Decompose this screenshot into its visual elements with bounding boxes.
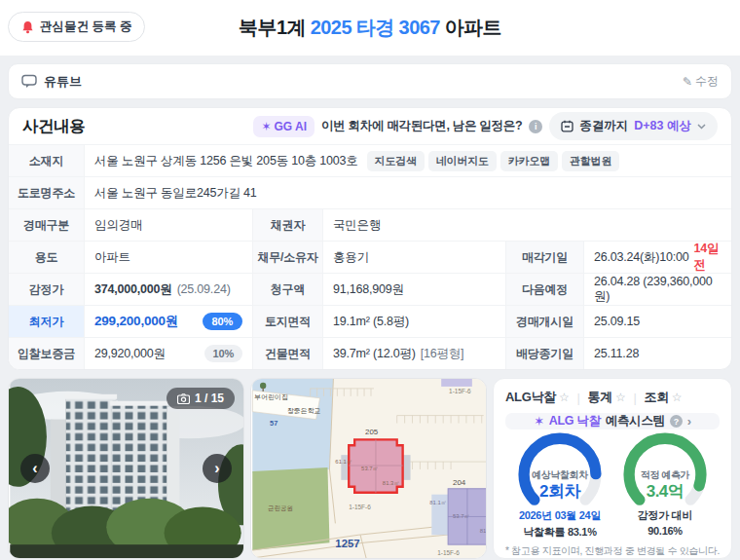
appraisal-date: (25.09.24)	[177, 282, 231, 296]
dividend-date-value: 25.11.28	[583, 337, 731, 369]
star-icon[interactable]: ☆	[559, 391, 569, 404]
speech-bubble-icon	[21, 74, 37, 89]
deposit-value: 29,920,000원	[94, 346, 166, 362]
tab-alg-nakchal[interactable]: ALG낙찰 ☆	[505, 389, 569, 406]
alg-system-label: 예측시스템	[606, 413, 665, 429]
youtube-bar: 유튜브 ✎ 수정	[8, 63, 732, 99]
photo-prev-button[interactable]: ‹	[20, 454, 50, 483]
svg-text:57: 57	[270, 419, 278, 428]
naver-map-button[interactable]: 네이버지도	[428, 151, 497, 171]
case-card-header: 사건내용 ✶ GG AI 이번 회차에 매각된다면, 남은 일정은? i 종결까…	[9, 108, 731, 144]
svg-text:204: 204	[453, 478, 466, 487]
favorite-badge[interactable]: 관심물건 등록 중	[8, 12, 145, 42]
row-label: 청구액	[252, 273, 322, 305]
row-label: 도로명주소	[9, 176, 84, 208]
svg-text:근린공원: 근린공원	[268, 504, 293, 512]
property-photo[interactable]: 1 / 15 ‹ ›	[8, 378, 244, 559]
address-cell: 서울 노원구 상계동 1256 은빛 205동 10층 1003호 지도검색 네…	[84, 144, 731, 176]
road-address-value: 서울 노원구 동일로245가길 41	[84, 176, 731, 208]
page-header: 관심물건 등록 중 북부1계 2025 타경 3067 아파트	[0, 0, 740, 56]
svg-text:61.1㎡: 61.1㎡	[335, 459, 352, 465]
help-icon[interactable]: ?	[670, 415, 683, 428]
svg-text:1-15F-6: 1-15F-6	[449, 388, 471, 394]
creditor-value: 국민은행	[322, 208, 731, 241]
sparkle-icon: ✶	[261, 120, 271, 133]
calendar-icon	[561, 120, 574, 132]
min-price-value: 299,200,000원	[94, 313, 178, 330]
appraisal-cell: 374,000,000원 (25.09.24)	[84, 273, 252, 305]
sale-date-cell: 26.03.24(화)10:00 14일전	[583, 241, 731, 273]
price-prediction-gauge: 적정 예측가 3.4억 감정가 대비 90.16%	[612, 432, 718, 540]
gauge-value: 3.4억	[612, 480, 718, 503]
svg-text:205: 205	[365, 428, 379, 436]
row-label: 용도	[9, 241, 84, 273]
case-category: 아파트	[445, 17, 501, 38]
alg-prediction-panel: ALG낙찰 ☆ | 통계 ☆ | 조회 ☆ ✶ ALG 낙찰 예측시스템 ?	[493, 378, 732, 559]
row-label: 소재지	[9, 144, 84, 176]
row-label: 감정가	[9, 273, 84, 305]
photo-counter-text: 1 / 15	[195, 392, 224, 405]
tab-alg-label: ALG낙찰	[505, 389, 556, 406]
chevron-down-icon	[697, 124, 706, 130]
gg-ai-badge[interactable]: ✶ GG AI	[253, 116, 314, 137]
star-icon[interactable]: ☆	[672, 391, 682, 404]
vs-appraisal-ratio: 90.16%	[612, 525, 718, 537]
pencil-icon: ✎	[683, 75, 692, 89]
deposit-ratio-badge: 10%	[204, 345, 242, 362]
court-name: 북부1계	[239, 17, 306, 38]
alg-system-banner[interactable]: ✶ ALG 낙찰 예측시스템 ? ›	[505, 413, 720, 429]
row-label: 배당종기일	[505, 337, 583, 369]
debtor-value: 홍용기	[322, 241, 505, 273]
claim-value: 91,168,909원	[322, 273, 505, 305]
divider: |	[576, 391, 579, 405]
camera-icon	[177, 393, 190, 404]
building-area-cell: 39.7m² (12.0평) [16평형]	[322, 337, 505, 369]
tab-statistics[interactable]: 통계 ☆	[588, 389, 626, 406]
svg-text:부어린이집: 부어린이집	[254, 393, 288, 400]
edit-button[interactable]: ✎ 수정	[683, 73, 719, 90]
usage-value: 아파트	[84, 241, 252, 273]
row-label: 다음예정	[505, 273, 583, 305]
ai-question-text: 이번 회차에 매각된다면, 남은 일정은?	[321, 118, 522, 134]
favorite-badge-label: 관심물건 등록 중	[40, 19, 131, 35]
photo-next-button[interactable]: ›	[203, 454, 232, 483]
case-number: 2025 타경 3067	[311, 17, 440, 38]
row-label: 최저가	[9, 305, 84, 337]
tab-inquiry[interactable]: 조회 ☆	[644, 389, 682, 406]
deadline-prefix: 종결까지	[579, 118, 628, 134]
info-icon[interactable]: i	[529, 120, 542, 133]
kakao-map-button[interactable]: 카카오맵	[500, 151, 558, 171]
deposit-cell: 29,920,000원 10%	[84, 337, 252, 369]
building-type-note: [16평형]	[421, 346, 464, 362]
divider: |	[633, 391, 636, 405]
svg-text:1-15F-6: 1-15F-6	[437, 549, 460, 556]
svg-text:53.7㎡: 53.7㎡	[361, 466, 378, 471]
land-area-value: 19.1m² (5.8평)	[322, 305, 505, 337]
svg-text:81.: 81.	[480, 528, 487, 534]
deadline-dropdown[interactable]: 종결까지 D+83 예상	[549, 112, 718, 140]
case-section-title: 사건내용	[22, 116, 85, 137]
cadastral-map[interactable]: 부어린이집 창중은학교 57 근린공원 205 204 61.1㎡ 53.7㎡ …	[250, 378, 487, 559]
round-prediction-gauge: 예상낙찰회차 2회차 2026년 03월 24일 낙찰확률 83.1%	[507, 432, 612, 540]
svg-text:1257: 1257	[335, 538, 359, 549]
predicted-date: 2026년 03월 24일	[507, 508, 612, 523]
youtube-label[interactable]: 유튜브	[44, 73, 82, 91]
alg-tabs: ALG낙찰 ☆ | 통계 ☆ | 조회 ☆	[505, 389, 720, 406]
deadline-value: D+83 예상	[634, 118, 691, 134]
court-link-button[interactable]: 관할법원	[562, 151, 619, 171]
row-label: 매각기일	[505, 241, 583, 273]
tab-statistics-label: 통계	[588, 389, 612, 406]
alg-footnote: * 참고용 지표이며, 진행과정 중 변경될 수 있습니다.	[505, 544, 720, 558]
dday-badge: 14일전	[694, 241, 722, 274]
min-price-cell: 299,200,000원 80%	[84, 305, 252, 337]
sparkle-icon: ✶	[534, 414, 544, 429]
bell-icon	[21, 20, 34, 34]
svg-text:53.7㎡: 53.7㎡	[453, 513, 469, 519]
star-icon[interactable]: ☆	[615, 391, 625, 404]
next-date-value: 26.04.28 (239,360,000원)	[583, 273, 731, 305]
page-title: 북부1계 2025 타경 3067 아파트	[239, 15, 501, 41]
vs-appraisal-label: 감정가 대비	[612, 508, 718, 523]
row-label: 채무/소유자	[252, 241, 322, 273]
alg-brand-label: ALG 낙찰	[549, 413, 601, 429]
map-search-button[interactable]: 지도검색	[367, 151, 425, 171]
